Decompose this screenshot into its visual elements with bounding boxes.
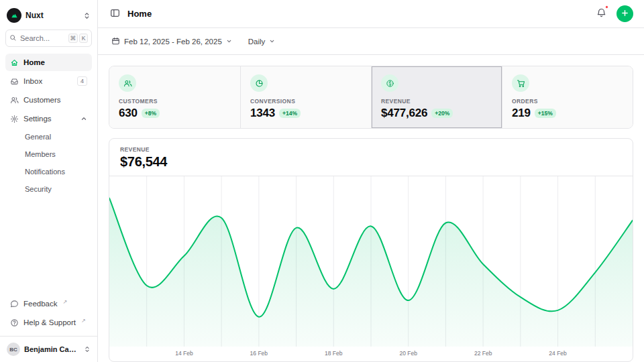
bell-icon [596, 8, 606, 20]
stat-card-customers[interactable]: CUSTOMERS 630 +8% [109, 66, 240, 128]
filter-toolbar: Feb 12, 2025 - Feb 26, 2025 Daily [98, 28, 644, 55]
stat-card-conversions[interactable]: CONVERSIONS 1343 +14% [240, 66, 371, 128]
x-axis-label: 16 Feb [250, 350, 268, 357]
home-icon [10, 58, 19, 67]
date-range-label: Feb 12, 2025 - Feb 26, 2025 [124, 38, 222, 46]
granularity-select[interactable]: Daily [243, 34, 281, 49]
sidebar-item-notifications[interactable]: Notifications [5, 164, 92, 180]
app-window: Nuxt Search... ⌘ K Home [0, 0, 644, 362]
sidebar-item-label: Help & Support [23, 318, 76, 326]
question-circle-icon [10, 318, 19, 327]
kbd-k: K [79, 34, 88, 43]
granularity-label: Daily [248, 38, 266, 46]
page-content: CUSTOMERS 630 +8% CONVERSIONS 1343 +14% [98, 55, 644, 362]
chart-header: REVENUE $76,544 [109, 139, 633, 176]
panel-collapse-icon [110, 8, 120, 20]
stat-label: CONVERSIONS [250, 98, 362, 105]
workspace-name: Nuxt [25, 11, 44, 20]
chevron-up-down-icon [83, 12, 91, 19]
sidebar-item-feedback[interactable]: Feedback ↗ [5, 295, 92, 312]
x-axis-label: 18 Feb [325, 350, 342, 357]
stat-card-revenue[interactable]: REVENUE $477,626 +20% [371, 66, 502, 128]
chevron-down-icon [226, 38, 232, 44]
chart-pie-icon [250, 74, 268, 92]
chart-x-axis: 14 Feb16 Feb18 Feb20 Feb22 Feb24 Feb [109, 347, 633, 361]
header-actions [595, 5, 633, 22]
page-title: Home [127, 9, 152, 19]
gear-icon [10, 115, 19, 123]
sidebar-item-members[interactable]: Members [5, 146, 92, 162]
nuxt-logo-icon [7, 8, 21, 23]
add-button[interactable] [616, 5, 633, 22]
workspace-selector[interactable]: Nuxt [5, 7, 92, 29]
avatar: BC [7, 343, 20, 356]
cart-icon [512, 74, 529, 92]
stat-delta-badge: +14% [279, 109, 301, 118]
notifications-button[interactable] [595, 7, 608, 21]
search-placeholder: Search... [20, 34, 65, 42]
main-panel: Home Feb 12, 2 [98, 0, 644, 362]
stat-value: 219 [512, 107, 531, 120]
sidebar-item-help-support[interactable]: Help & Support ↗ [5, 314, 92, 331]
sidebar-item-label: Feedback [23, 300, 58, 308]
chevron-up-icon [80, 115, 87, 122]
x-axis-label: 22 Feb [474, 350, 492, 357]
stat-delta-badge: +15% [535, 109, 556, 118]
sidebar-item-security[interactable]: Security [5, 181, 92, 197]
stat-card-orders[interactable]: ORDERS 219 +15% [502, 66, 633, 128]
x-axis-label: 20 Feb [399, 350, 417, 357]
stats-row: CUSTOMERS 630 +8% CONVERSIONS 1343 +14% [109, 66, 633, 129]
inbox-count-badge: 4 [77, 76, 87, 86]
revenue-chart-card: REVENUE $76,544 14 Feb16 Feb18 Feb20 Feb… [109, 138, 633, 362]
external-link-icon: ↗ [81, 318, 86, 324]
plus-icon [621, 9, 629, 19]
chevron-up-down-icon [84, 346, 91, 353]
sidebar-item-general[interactable]: General [5, 129, 92, 145]
user-name: Benjamin Canac [24, 345, 80, 353]
chat-bubble-icon [10, 300, 19, 308]
notification-dot [605, 5, 608, 9]
inbox-icon [10, 77, 19, 86]
external-link-icon: ↗ [63, 299, 68, 305]
stat-label: REVENUE [381, 98, 492, 105]
chart-metric-value: $76,544 [120, 154, 622, 170]
search-shortcut: ⌘ K [68, 34, 89, 43]
stat-value: $477,626 [381, 107, 427, 120]
chart-plot [109, 176, 633, 347]
stat-delta-badge: +8% [142, 109, 160, 118]
search-input[interactable]: Search... ⌘ K [5, 29, 92, 47]
stat-label: ORDERS [512, 98, 623, 105]
revenue-area-chart [109, 176, 633, 347]
user-menu[interactable]: BC Benjamin Canac [0, 336, 97, 362]
sidebar-item-label: Settings [23, 115, 52, 123]
sidebar-item-label: Inbox [23, 77, 42, 85]
stat-label: CUSTOMERS [119, 98, 231, 105]
top-header: Home [98, 0, 644, 28]
users-icon [119, 74, 136, 92]
sidebar-footer: Feedback ↗ Help & Support ↗ [5, 295, 92, 336]
chevron-down-icon [269, 38, 275, 44]
users-icon [10, 96, 19, 105]
sidebar-item-label: Customers [23, 96, 61, 104]
sidebar-item-label: Home [23, 58, 45, 66]
x-axis-label: 14 Feb [175, 350, 193, 357]
stat-value: 630 [119, 107, 138, 120]
stat-value: 1343 [250, 107, 275, 120]
search-icon [9, 34, 17, 43]
stat-delta-badge: +20% [431, 109, 453, 118]
sidebar-item-home[interactable]: Home [5, 54, 92, 71]
date-range-picker[interactable]: Feb 12, 2025 - Feb 26, 2025 [106, 34, 237, 49]
sidebar-nav: Home Inbox 4 Customers Settings [5, 54, 92, 197]
sidebar-item-settings[interactable]: Settings [5, 110, 92, 127]
calendar-icon [111, 37, 120, 46]
sidebar-item-customers[interactable]: Customers [5, 91, 92, 109]
chart-metric-label: REVENUE [120, 146, 622, 153]
dollar-circle-icon [381, 74, 398, 92]
sidebar-item-inbox[interactable]: Inbox 4 [5, 72, 92, 90]
kbd-cmd: ⌘ [68, 34, 78, 43]
x-axis-label: 24 Feb [549, 350, 566, 357]
sidebar-toggle-button[interactable] [109, 7, 121, 21]
sidebar: Nuxt Search... ⌘ K Home [0, 0, 98, 362]
